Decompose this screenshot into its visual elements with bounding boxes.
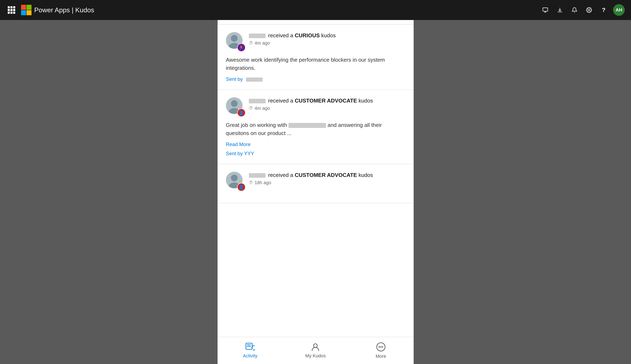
microsoft-logo (21, 4, 32, 16)
receiver-name-blur (249, 99, 266, 103)
svg-point-5 (231, 100, 238, 107)
my-kudos-tab-label: My Kudos (305, 353, 326, 358)
bottom-tab-bar: Activity My Kudos More (218, 337, 414, 364)
customer-advocate-badge-icon-2: 👤 (237, 183, 246, 191)
message-blur (289, 123, 326, 128)
card-time: ⏱ 4m ago (249, 40, 405, 46)
card-header: 🏃 received a CURIOUS kudos ⏱ 4m ago (226, 32, 405, 51)
clock-icon: ⏱ (249, 106, 253, 111)
card-meta: received a CUSTOMER ADVOCATE kudos ⏱ 4m … (249, 97, 405, 111)
svg-point-16 (380, 346, 381, 348)
card-body-text: Awesome work identifying the performance… (226, 56, 405, 72)
sent-by[interactable]: Sent by (226, 76, 405, 82)
card-receiver-text: received a CUSTOMER ADVOCATE kudos (249, 97, 405, 104)
receiver-name-blur (249, 34, 266, 38)
time-label: 4m ago (255, 106, 270, 111)
kudos-card: 👤 received a CUSTOMER ADVOCATE kudos ⏱ 1… (218, 164, 414, 203)
my-kudos-icon (311, 343, 320, 352)
time-label: 18h ago (255, 180, 271, 186)
more-tab-label: More (376, 354, 386, 359)
receiver-name-blur (249, 173, 266, 178)
clock-icon: ⏱ (249, 180, 253, 185)
svg-point-13 (314, 344, 317, 348)
kudos-card: 🏃 received a CURIOUS kudos ⏱ 4m ago Awes… (218, 24, 414, 90)
svg-point-3 (231, 35, 238, 42)
card-receiver-text: received a CURIOUS kudos (249, 32, 405, 39)
tab-activity[interactable]: Activity (218, 337, 283, 364)
kudos-type-label: CURIOUS (295, 32, 320, 38)
tab-more[interactable]: More (348, 337, 413, 364)
sender-name-blur (246, 78, 263, 82)
card-meta: received a CURIOUS kudos ⏱ 4m ago (249, 32, 405, 46)
nav-icons: ? AH (540, 4, 625, 16)
card-meta: received a CUSTOMER ADVOCATE kudos ⏱ 18h… (249, 172, 405, 186)
activity-icon (246, 343, 255, 352)
kudos-type-label: CUSTOMER ADVOCATE (295, 172, 357, 178)
customer-advocate-badge-icon: 👤 (237, 108, 246, 117)
avatar-stack: 🏃 (226, 32, 245, 51)
waffle-grid-icon (8, 6, 15, 14)
app-container: ☺ ☹ Kudos Give + (218, 0, 414, 364)
svg-point-7 (231, 174, 238, 181)
clock-icon: ⏱ (249, 41, 253, 46)
user-avatar[interactable]: AH (613, 4, 625, 16)
kudos-feed: 🏃 received a CURIOUS kudos ⏱ 4m ago Awes… (218, 24, 414, 337)
svg-point-17 (382, 346, 383, 348)
notification-icon[interactable] (569, 5, 580, 15)
svg-point-15 (379, 346, 380, 348)
help-icon[interactable]: ? (598, 5, 609, 15)
top-nav: Power Apps | Kudos ? AH (0, 0, 631, 20)
svg-rect-0 (543, 8, 548, 11)
avatar-stack: 👤 (226, 172, 245, 190)
card-body-text: Great job on working with and answering … (226, 121, 405, 137)
activity-tab-label: Activity (243, 353, 257, 358)
settings-icon[interactable] (584, 5, 594, 15)
svg-point-1 (588, 10, 590, 11)
waffle-button[interactable] (6, 5, 17, 15)
avatar-stack: 👤 (226, 97, 245, 116)
card-header: 👤 received a CUSTOMER ADVOCATE kudos ⏱ 1… (226, 172, 405, 190)
kudos-type-label: CUSTOMER ADVOCATE (295, 98, 357, 104)
card-header: 👤 received a CUSTOMER ADVOCATE kudos ⏱ 4… (226, 97, 405, 116)
curious-badge-icon: 🏃 (237, 43, 246, 52)
feedback-icon[interactable] (540, 5, 550, 15)
download-icon[interactable] (555, 5, 565, 15)
card-time: ⏱ 18h ago (249, 180, 405, 186)
read-more-link[interactable]: Read More (226, 142, 405, 147)
more-icon (376, 342, 385, 352)
card-receiver-text: received a CUSTOMER ADVOCATE kudos (249, 172, 405, 179)
time-label: 4m ago (255, 40, 270, 46)
card-time: ⏱ 4m ago (249, 106, 405, 111)
kudos-card: 👤 received a CUSTOMER ADVOCATE kudos ⏱ 4… (218, 90, 414, 164)
app-title: Power Apps | Kudos (34, 6, 94, 14)
sent-by[interactable]: Sent by YYY (226, 151, 405, 156)
tab-my-kudos[interactable]: My Kudos (283, 337, 348, 364)
